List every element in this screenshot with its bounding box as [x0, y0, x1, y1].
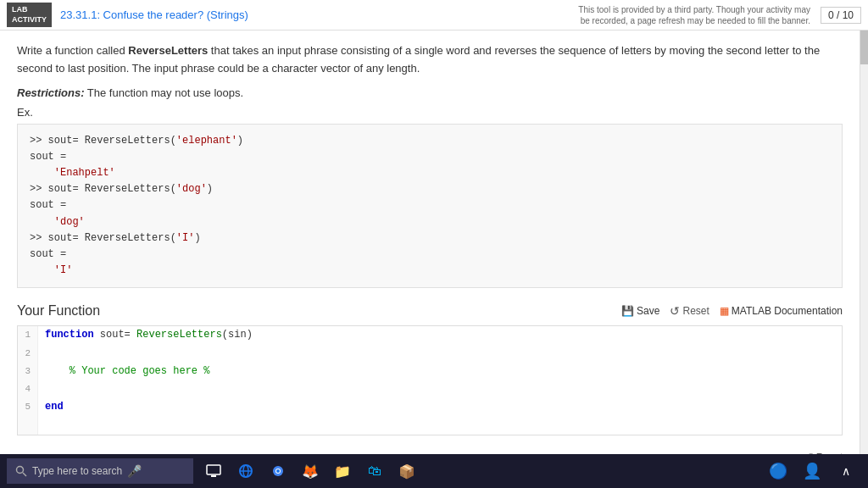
matlab-docs-button[interactable]: MATLAB Documentation: [720, 305, 843, 317]
save-icon: [621, 305, 634, 317]
code-line-8: sout =: [30, 247, 830, 263]
svg-point-9: [276, 469, 280, 473]
svg-rect-3: [211, 475, 216, 477]
taskbar-icon-chrome[interactable]: [263, 456, 293, 486]
code-line-3: 'Enahpelt': [30, 165, 830, 181]
taskbar-right: 🔵 👤 ∧: [763, 456, 861, 486]
reset-icon: [670, 304, 680, 318]
function-editor[interactable]: 1 function sout= ReverseLetters(sin) 2 3…: [17, 325, 843, 435]
your-function-header: Your Function Save Reset MATLAB Document…: [17, 303, 843, 319]
call-section-title: Code to call your function: [17, 452, 804, 454]
taskbar-expand-icon[interactable]: ∧: [831, 456, 861, 486]
call-reset-button[interactable]: Reset: [804, 451, 843, 454]
code-line-9: 'I': [30, 263, 830, 279]
header-title: 23.31.1: Confuse the reader? (Strings): [60, 8, 573, 21]
taskbar-icon-amazon[interactable]: 📦: [392, 456, 422, 486]
reset-button[interactable]: Reset: [670, 304, 709, 318]
chrome-icon: [270, 463, 287, 480]
description-text: Write a function called ReverseLetters t…: [17, 42, 843, 78]
main-content: Write a function called ReverseLetters t…: [0, 30, 868, 454]
taskbar-icon-firefox[interactable]: 🦊: [295, 456, 326, 486]
editor-line-3: 3 % Your code goes here %: [18, 363, 842, 381]
editor-line-1: 1 function sout= ReverseLetters(sin): [18, 326, 842, 345]
lab-activity-badge: LAB ACTIVITY: [7, 3, 52, 27]
taskbar-search-text: Type here to search: [32, 465, 122, 477]
scrollbar-thumb[interactable]: [860, 30, 868, 64]
svg-rect-2: [207, 465, 220, 474]
taskbar-icon-store[interactable]: 🛍: [359, 456, 390, 486]
your-function-title: Your Function: [17, 303, 621, 319]
code-line-2: sout =: [30, 149, 830, 165]
editor-line-2: 2: [18, 345, 842, 363]
code-line-7: >> sout= ReverseLetters('I'): [30, 230, 830, 247]
score-badge: 0 / 10: [821, 7, 861, 24]
function-name-bold: ReverseLetters: [128, 44, 208, 57]
taskbar-help-icon[interactable]: 🔵: [763, 456, 793, 486]
taskbar-search-icon: [15, 465, 27, 477]
code-example-block: >> sout= ReverseLetters('elephant') sout…: [17, 124, 843, 289]
code-line-6: 'dog': [30, 214, 830, 230]
taskbar-person-icon[interactable]: 👤: [797, 456, 827, 486]
ie-icon: [237, 463, 254, 480]
example-label: Ex.: [17, 106, 843, 119]
save-button[interactable]: Save: [621, 305, 659, 317]
taskbar: Type here to search 🎤 🦊 📁 🛍: [0, 454, 868, 488]
taskbar-search[interactable]: Type here to search 🎤: [7, 458, 193, 484]
taskbar-icon-desktop[interactable]: [198, 456, 229, 486]
call-reset-icon: [804, 451, 814, 454]
header-notice: This tool is provided by a third party. …: [573, 4, 810, 26]
editor-line-4: 4: [18, 380, 842, 398]
svg-point-0: [17, 467, 24, 474]
code-line-1: >> sout= ReverseLetters('elephant'): [30, 133, 830, 149]
header-bar: LAB ACTIVITY 23.31.1: Confuse the reader…: [0, 0, 868, 30]
taskbar-icon-explorer[interactable]: 📁: [327, 456, 358, 486]
editor-line-5: 5 end: [18, 398, 842, 417]
toolbar-buttons: Save Reset MATLAB Documentation: [621, 304, 843, 318]
desktop-icon: [205, 463, 222, 480]
svg-line-1: [23, 473, 26, 476]
restrictions-text: Restrictions: The function may not use l…: [17, 86, 843, 99]
call-section-header: Code to call your function Reset: [17, 451, 843, 454]
taskbar-mic-icon: 🎤: [127, 464, 142, 478]
scrollbar-track[interactable]: [860, 30, 868, 454]
content-area: Write a function called ReverseLetters t…: [0, 30, 860, 454]
taskbar-icon-ie[interactable]: [231, 456, 261, 486]
matlab-icon: [720, 305, 729, 317]
editor-line-blank: [18, 417, 842, 435]
code-line-4: >> sout= ReverseLetters('dog'): [30, 181, 830, 197]
taskbar-icons: 🦊 📁 🛍 📦: [198, 456, 422, 486]
code-line-5: sout =: [30, 197, 830, 214]
